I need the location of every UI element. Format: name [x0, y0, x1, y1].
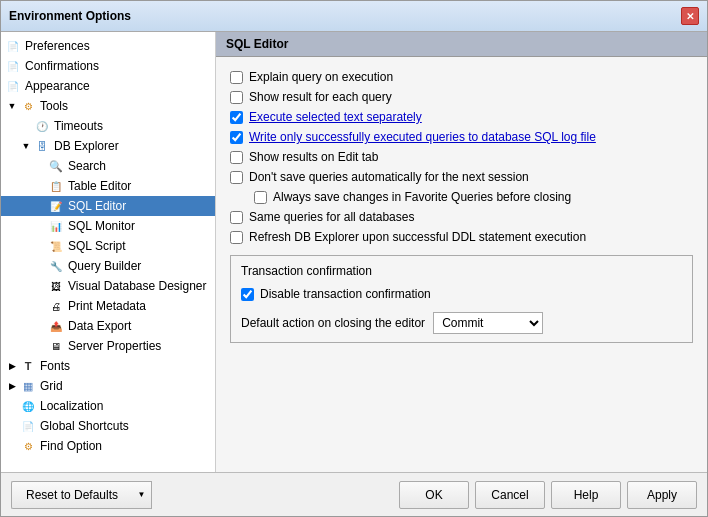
shortcuts-spacer: ▶ [5, 419, 19, 433]
always-save-label[interactable]: Always save changes in Favorite Queries … [273, 190, 571, 204]
db-explorer-expand-icon: ▼ [19, 139, 33, 153]
global-shortcuts-icon: 📄 [20, 418, 36, 434]
execute-selected-label[interactable]: Execute selected text separately [249, 110, 422, 124]
option-execute-selected: Execute selected text separately [230, 107, 693, 127]
sidebar-item-label: SQL Script [68, 239, 126, 253]
sidebar-item-label: Table Editor [68, 179, 131, 193]
timeouts-icon: 🕐 [34, 118, 50, 134]
show-result-label[interactable]: Show result for each query [249, 90, 392, 104]
reset-defaults-arrow-button[interactable]: ▼ [132, 481, 152, 509]
default-action-label: Default action on closing the editor [241, 316, 425, 330]
sidebar-item-label: Visual Database Designer [68, 279, 207, 293]
option-dont-save: Don't save queries automatically for the… [230, 167, 693, 187]
explain-query-checkbox[interactable] [230, 71, 243, 84]
sidebar-item-sql-monitor[interactable]: ▶ 📊 SQL Monitor [1, 216, 215, 236]
write-only-checkbox[interactable] [230, 131, 243, 144]
sidebar-item-label: Search [68, 159, 106, 173]
sidebar-item-query-builder[interactable]: ▶ 🔧 Query Builder [1, 256, 215, 276]
show-results-edit-checkbox[interactable] [230, 151, 243, 164]
show-results-edit-label[interactable]: Show results on Edit tab [249, 150, 378, 164]
sidebar-item-tools[interactable]: ▼ ⚙ Tools [1, 96, 215, 116]
explain-query-label[interactable]: Explain query on execution [249, 70, 393, 84]
dont-save-label[interactable]: Don't save queries automatically for the… [249, 170, 529, 184]
tools-icon: ⚙ [20, 98, 36, 114]
table-editor-icon: 📋 [48, 178, 64, 194]
close-button[interactable]: ✕ [681, 7, 699, 25]
environment-options-window: Environment Options ✕ 📄 Preferences 📄 Co… [0, 0, 708, 517]
sidebar-item-server-properties[interactable]: ▶ 🖥 Server Properties [1, 336, 215, 356]
sidebar-item-label: Data Export [68, 319, 131, 333]
grid-icon: ▦ [20, 378, 36, 394]
find-spacer: ▶ [5, 439, 19, 453]
same-queries-label[interactable]: Same queries for all databases [249, 210, 414, 224]
write-only-label[interactable]: Write only successfully executed queries… [249, 130, 596, 144]
option-always-save: Always save changes in Favorite Queries … [230, 187, 693, 207]
sidebar-item-print-metadata[interactable]: ▶ 🖨 Print Metadata [1, 296, 215, 316]
sidebar-item-label: Localization [40, 399, 103, 413]
sidebar-item-find-option[interactable]: ▶ ⚙ Find Option [1, 436, 215, 456]
sidebar-item-preferences[interactable]: 📄 Preferences [1, 36, 215, 56]
sidebar-item-table-editor[interactable]: ▶ 📋 Table Editor [1, 176, 215, 196]
sidebar-item-appearance[interactable]: 📄 Appearance [1, 76, 215, 96]
main-panel: SQL Editor Explain query on execution Sh… [216, 32, 707, 472]
ok-button[interactable]: OK [399, 481, 469, 509]
option-explain-query: Explain query on execution [230, 67, 693, 87]
cancel-button[interactable]: Cancel [475, 481, 545, 509]
sidebar-item-label: Print Metadata [68, 299, 146, 313]
reset-defaults-button[interactable]: Reset to Defaults [11, 481, 132, 509]
sidebar: 📄 Preferences 📄 Confirmations 📄 Appearan… [1, 32, 216, 472]
window-title: Environment Options [9, 9, 131, 23]
refresh-db-checkbox[interactable] [230, 231, 243, 244]
help-button[interactable]: Help [551, 481, 621, 509]
reset-button-group: Reset to Defaults ▼ [11, 481, 152, 509]
always-save-checkbox[interactable] [254, 191, 267, 204]
apply-button[interactable]: Apply [627, 481, 697, 509]
search-icon: 🔍 [48, 158, 64, 174]
localization-spacer: ▶ [5, 399, 19, 413]
sidebar-item-label: Grid [40, 379, 63, 393]
sidebar-item-label: Find Option [40, 439, 102, 453]
sidebar-item-timeouts[interactable]: ▶ 🕐 Timeouts [1, 116, 215, 136]
print-spacer: ▶ [33, 299, 47, 313]
sidebar-item-search[interactable]: ▶ 🔍 Search [1, 156, 215, 176]
sidebar-item-label: DB Explorer [54, 139, 119, 153]
sidebar-item-sql-editor[interactable]: ▶ 📝 SQL Editor [1, 196, 215, 216]
show-result-checkbox[interactable] [230, 91, 243, 104]
action-buttons: OK Cancel Help Apply [399, 481, 697, 509]
content-area: 📄 Preferences 📄 Confirmations 📄 Appearan… [1, 32, 707, 472]
panel-content: Explain query on execution Show result f… [216, 57, 707, 472]
sidebar-item-fonts[interactable]: ▶ T Fonts [1, 356, 215, 376]
execute-selected-checkbox[interactable] [230, 111, 243, 124]
sidebar-item-confirmations[interactable]: 📄 Confirmations [1, 56, 215, 76]
default-action-dropdown[interactable]: Commit Rollback Ask [433, 312, 543, 334]
server-spacer: ▶ [33, 339, 47, 353]
option-refresh-db: Refresh DB Explorer upon successful DDL … [230, 227, 693, 247]
sql-monitor-spacer: ▶ [33, 219, 47, 233]
search-spacer: ▶ [33, 159, 47, 173]
query-builder-icon: 🔧 [48, 258, 64, 274]
sidebar-item-visual-db[interactable]: ▶ 🖼 Visual Database Designer [1, 276, 215, 296]
sidebar-item-grid[interactable]: ▶ ▦ Grid [1, 376, 215, 396]
sidebar-item-sql-script[interactable]: ▶ 📜 SQL Script [1, 236, 215, 256]
confirmations-icon: 📄 [5, 58, 21, 74]
transaction-section: Transaction confirmation Disable transac… [230, 255, 693, 343]
title-bar: Environment Options ✕ [1, 1, 707, 32]
sidebar-item-data-export[interactable]: ▶ 📤 Data Export [1, 316, 215, 336]
sidebar-item-label: Preferences [25, 39, 90, 53]
option-show-results-edit: Show results on Edit tab [230, 147, 693, 167]
sidebar-item-db-explorer[interactable]: ▼ 🗄 DB Explorer [1, 136, 215, 156]
sidebar-item-global-shortcuts[interactable]: ▶ 📄 Global Shortcuts [1, 416, 215, 436]
refresh-db-label[interactable]: Refresh DB Explorer upon successful DDL … [249, 230, 586, 244]
disable-transaction-checkbox[interactable] [241, 288, 254, 301]
sidebar-item-label: Timeouts [54, 119, 103, 133]
transaction-section-title: Transaction confirmation [241, 264, 682, 278]
tools-expand-icon: ▼ [5, 99, 19, 113]
dont-save-checkbox[interactable] [230, 171, 243, 184]
sidebar-item-label: Global Shortcuts [40, 419, 129, 433]
disable-transaction-label[interactable]: Disable transaction confirmation [260, 287, 431, 301]
panel-header: SQL Editor [216, 32, 707, 57]
sidebar-item-localization[interactable]: ▶ 🌐 Localization [1, 396, 215, 416]
same-queries-checkbox[interactable] [230, 211, 243, 224]
find-option-icon: ⚙ [20, 438, 36, 454]
sidebar-item-label: Confirmations [25, 59, 99, 73]
